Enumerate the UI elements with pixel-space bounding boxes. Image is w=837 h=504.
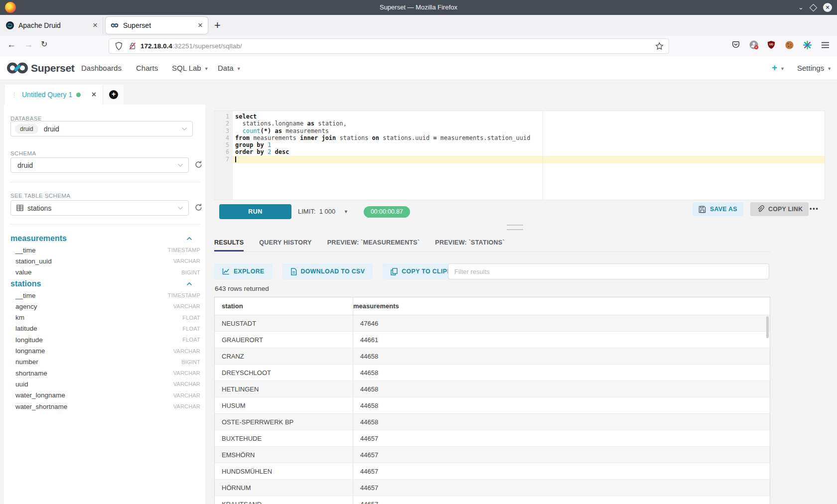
nav-dashboards[interactable]: Dashboards [81, 56, 122, 80]
limit-dropdown[interactable]: LIMIT: 1 000 [298, 204, 335, 219]
new-tab-button[interactable]: + [214, 19, 221, 32]
refresh-schema-icon[interactable] [194, 160, 203, 169]
back-icon[interactable]: ← [7, 39, 16, 50]
results-actions: EXPLORE DOWNLOAD TO CSV COPY TO CLIPBOAR… [214, 263, 479, 279]
column-type: VARCHAR [173, 348, 200, 354]
column-type: VARCHAR [173, 381, 200, 387]
chevron-up-icon[interactable] [186, 237, 192, 241]
results-table: station measurements NEUSTADT47646GRAUER… [214, 297, 770, 504]
browser-tab-label: Apache Druid [18, 21, 61, 29]
results-tab[interactable]: QUERY HISTORY [259, 234, 311, 252]
add-query-tab-button[interactable]: + [104, 85, 124, 105]
line-number: 7 [215, 156, 233, 163]
ublock-icon[interactable]: UO [766, 40, 776, 50]
insecure-lock-icon[interactable] [129, 42, 137, 50]
code-line: select [233, 113, 825, 120]
browser-tab-superset[interactable]: Superset × [106, 17, 208, 34]
table-name[interactable]: stations [10, 279, 41, 288]
superset-logo-icon[interactable] [6, 61, 29, 75]
pane-resize-handle[interactable] [507, 225, 523, 230]
bookmark-star-icon[interactable] [655, 42, 664, 50]
query-status-dot [76, 93, 81, 97]
download-csv-button[interactable]: DOWNLOAD TO CSV [282, 263, 373, 279]
copy-link-button[interactable]: COPY LINK [750, 202, 809, 216]
schema-tables: measurements__timeTIMESTAMPstation_uuidV… [10, 233, 201, 412]
editor-code-area[interactable]: select stations.longname as station, cou… [233, 111, 825, 200]
code-line: count(*) as measurements [233, 127, 825, 134]
column-type: FLOAT [182, 315, 200, 321]
table-row: GRAUERORT44661 [215, 331, 770, 348]
table-section-header[interactable]: stations [10, 278, 201, 290]
cell-station: CRANZ [215, 353, 353, 360]
table-row: HETLINGEN44658 [215, 380, 770, 397]
column-header-measurements[interactable]: measurements [353, 302, 399, 310]
drag-handle-icon[interactable]: ⋮ [11, 91, 17, 99]
schema-select[interactable]: druid [10, 157, 189, 173]
account-extension-icon[interactable] [749, 40, 759, 50]
cell-station: EMSHÖRN [215, 451, 353, 459]
shield-icon[interactable] [115, 42, 123, 50]
maximize-icon[interactable] [810, 3, 818, 11]
clipboard-icon [391, 268, 398, 275]
table-scrollbar-thumb[interactable] [766, 316, 769, 338]
settings-menu[interactable]: Settings▼ [797, 56, 832, 80]
column-row: uuidVARCHAR [10, 378, 201, 389]
column-type: TIMESTAMP [168, 292, 200, 298]
results-tab[interactable]: RESULTS [214, 234, 244, 252]
explore-button[interactable]: EXPLORE [214, 263, 273, 279]
cell-station: GRAUERORT [215, 336, 353, 344]
sql-editor[interactable]: 1234567 select stations.longname as stat… [214, 111, 825, 200]
nav-data[interactable]: Data▼ [218, 56, 241, 80]
cell-measurements: 44657 [353, 463, 770, 479]
browser-tab-druid[interactable]: Apache Druid × [0, 17, 103, 34]
table-name[interactable]: measurements [10, 234, 67, 243]
chevron-down-icon: ▼ [827, 57, 832, 81]
nav-sql-lab[interactable]: SQL Lab▼ [172, 56, 209, 80]
chevron-up-icon[interactable] [186, 282, 192, 286]
results-tab[interactable]: PREVIEW: `STATIONS` [435, 234, 505, 252]
window-menu-chevron-icon[interactable]: ⌄ [798, 3, 804, 11]
url-bar[interactable]: 172.18.0.4:32251/superset/sqllab/ [109, 38, 669, 54]
save-as-button[interactable]: SAVE AS [693, 202, 743, 216]
tab-close-icon[interactable]: × [93, 21, 98, 29]
schema-label: SCHEMA [10, 150, 36, 156]
database-select[interactable]: druid druid [10, 121, 193, 136]
pocket-icon[interactable] [731, 40, 741, 50]
window-close-icon[interactable]: × [823, 3, 832, 12]
column-row: numberBIGINT [10, 357, 201, 368]
database-tag: druid [15, 124, 38, 134]
run-button[interactable]: RUN [219, 204, 291, 219]
hamburger-menu-icon[interactable] [820, 40, 830, 50]
query-tab[interactable]: ⋮ Untitled Query 1 × [5, 85, 102, 105]
tab-close-icon[interactable]: × [198, 21, 203, 29]
cell-station: BUXTEHUDE [215, 435, 353, 442]
new-item-button[interactable]: +▼ [772, 56, 785, 80]
nav-charts[interactable]: Charts [136, 56, 158, 80]
elapsed-timer-badge: 00:00:00.87 [364, 206, 410, 218]
filter-results-input[interactable] [448, 263, 769, 279]
consent-blocker-icon[interactable] [802, 40, 812, 50]
code-line: order by 2 desc [233, 148, 825, 155]
table-grid-icon [16, 205, 23, 211]
column-row: latitudeFLOAT [10, 323, 201, 334]
more-options-icon[interactable]: ••• [810, 202, 819, 216]
query-tab-close-icon[interactable]: × [92, 90, 96, 99]
cell-measurements: 44658 [353, 414, 770, 430]
reload-icon[interactable]: ↻ [41, 39, 47, 49]
chevron-down-icon[interactable]: ▼ [344, 204, 348, 219]
column-type: VARCHAR [173, 303, 200, 309]
superset-brand[interactable]: Superset [31, 56, 74, 80]
line-number: 1 [215, 113, 233, 120]
cell-station: HÖRNUM [215, 484, 353, 492]
cookie-icon[interactable] [784, 40, 794, 50]
cell-measurements: 44657 [353, 480, 770, 496]
table-row: KRAUTSAND44657 [215, 496, 770, 504]
table-section-header[interactable]: measurements [10, 233, 201, 245]
refresh-tables-icon[interactable] [194, 203, 203, 212]
results-tab[interactable]: PREVIEW: `MEASUREMENTS` [327, 234, 420, 252]
column-header-station[interactable]: station [215, 302, 353, 310]
window-title: Superset — Mozilla Firefox [0, 0, 837, 15]
see-table-schema-label: SEE TABLE SCHEMA [10, 193, 70, 199]
table-schema-select[interactable]: stations [10, 200, 189, 216]
forward-icon[interactable]: → [24, 39, 33, 50]
